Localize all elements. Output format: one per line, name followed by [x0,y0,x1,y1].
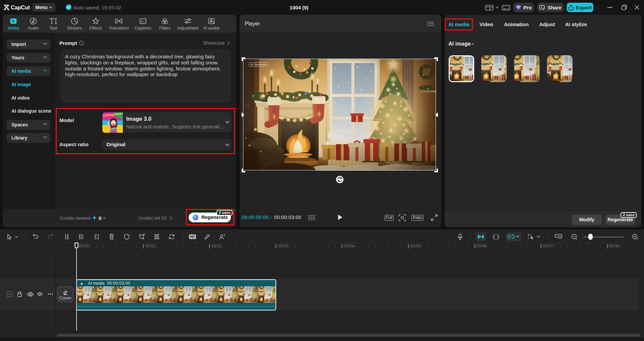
svg-text:HD: HD [190,235,195,239]
